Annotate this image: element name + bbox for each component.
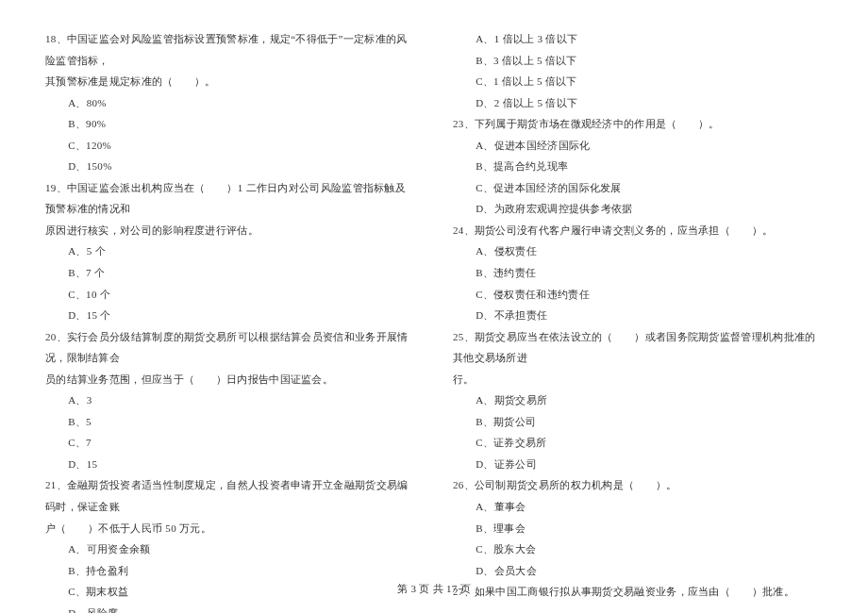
q22-opt-b: B、3 倍以上 5 倍以下 xyxy=(453,50,823,72)
q25-opt-a: A、期货交易所 xyxy=(453,389,823,411)
q21-opt-b: B、持仓盈利 xyxy=(45,560,415,582)
q24-opt-c: C、侵权责任和违约责任 xyxy=(453,284,823,306)
q22-opt-d: D、2 倍以上 5 倍以下 xyxy=(453,92,823,114)
q26-opt-b: B、理事会 xyxy=(453,518,823,539)
q25-opt-c: C、证券交易所 xyxy=(453,432,823,454)
q18-line2: 其预警标准是规定标准的（ ）。 xyxy=(45,71,415,92)
q19-line1: 19、中国证监会派出机构应当在（ ）1 二作日内对公司风险监管指标触及预警标准的… xyxy=(45,177,415,220)
q20-opt-d: D、15 xyxy=(45,454,415,475)
q19-line2: 原因进行核实，对公司的影响程度进行评估。 xyxy=(45,220,415,241)
q21-opt-a: A、可用资金余额 xyxy=(45,538,415,560)
q24-opt-b: B、违约责任 xyxy=(453,262,823,284)
q18-opt-b: B、90% xyxy=(45,113,415,135)
right-column: A、1 倍以上 3 倍以下 B、3 倍以上 5 倍以下 C、1 倍以上 5 倍以… xyxy=(453,28,823,613)
q19-opt-d: D、15 个 xyxy=(45,305,415,326)
q22-opt-a: A、1 倍以上 3 倍以下 xyxy=(453,28,823,50)
q20-line1: 20、实行会员分级结算制度的期货交易所可以根据结算会员资信和业务开展情况，限制结… xyxy=(45,326,415,369)
page-content: 18、中国证监会对风险监管指标设置预警标准，规定“不得低于”一定标准的风险监管指… xyxy=(0,0,868,613)
q20-opt-a: A、3 xyxy=(45,389,415,411)
q26-opt-d: D、会员大会 xyxy=(453,560,823,582)
q24-opt-d: D、不承担责任 xyxy=(453,305,823,326)
q24-opt-a: A、侵权责任 xyxy=(453,240,823,262)
q25-opt-b: B、期货公司 xyxy=(453,411,823,433)
q18-opt-a: A、80% xyxy=(45,92,415,114)
q20-line2: 员的结算业务范围，但应当于（ ）日内报告中国证监会。 xyxy=(45,369,415,390)
q22-opt-c: C、1 倍以上 5 倍以下 xyxy=(453,71,823,92)
q18-line1: 18、中国证监会对风险监管指标设置预警标准，规定“不得低于”一定标准的风险监管指… xyxy=(45,28,415,71)
q19-opt-a: A、5 个 xyxy=(45,240,415,262)
q26-opt-a: A、董事会 xyxy=(453,496,823,518)
page-footer: 第 3 页 共 17 页 xyxy=(0,582,868,596)
q18-opt-c: C、120% xyxy=(45,135,415,157)
q19-opt-b: B、7 个 xyxy=(45,262,415,284)
q23-opt-d: D、为政府宏观调控提供参考依据 xyxy=(453,198,823,220)
q26-line1: 26、公司制期货交易所的权力机构是（ ）。 xyxy=(453,474,823,496)
q25-line2: 行。 xyxy=(453,369,823,390)
q21-opt-d: D、风险度 xyxy=(45,603,415,613)
q23-opt-b: B、提高合约兑现率 xyxy=(453,156,823,177)
q21-line1: 21、金融期货投资者适当性制度规定，自然人投资者申请开立金融期货交易编码时，保证… xyxy=(45,474,415,517)
q23-opt-c: C、促进本国经济的国际化发展 xyxy=(453,177,823,199)
q26-opt-c: C、股东大会 xyxy=(453,538,823,560)
q25-opt-d: D、证券公司 xyxy=(453,454,823,475)
q23-line1: 23、下列属于期货市场在微观经济中的作用是（ ）。 xyxy=(453,113,823,135)
q18-opt-d: D、150% xyxy=(45,156,415,177)
q24-line1: 24、期货公司没有代客户履行申请交割义务的，应当承担（ ）。 xyxy=(453,220,823,241)
q21-line2: 户（ ）不低于人民币 50 万元。 xyxy=(45,518,415,539)
q23-opt-a: A、促进本国经济国际化 xyxy=(453,135,823,157)
left-column: 18、中国证监会对风险监管指标设置预警标准，规定“不得低于”一定标准的风险监管指… xyxy=(45,28,415,613)
q19-opt-c: C、10 个 xyxy=(45,284,415,306)
q25-line1: 25、期货交易应当在依法设立的（ ）或者国务院期货监督管理机构批准的其他交易场所… xyxy=(453,326,823,369)
q20-opt-b: B、5 xyxy=(45,411,415,433)
q20-opt-c: C、7 xyxy=(45,432,415,454)
